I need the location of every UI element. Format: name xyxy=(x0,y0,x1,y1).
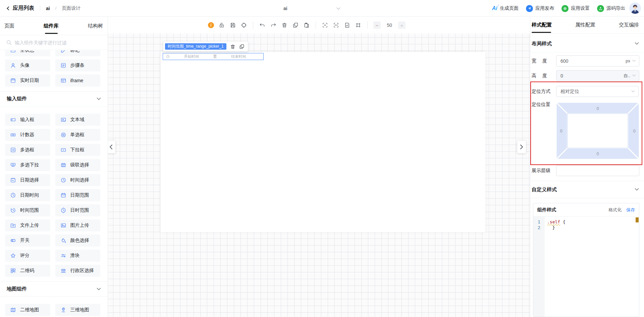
component-item[interactable]: 图片上传 xyxy=(55,219,101,231)
component-item[interactable]: 滑块 xyxy=(55,250,101,262)
component-item-label: 步骤条 xyxy=(70,62,85,68)
component-item[interactable]: 行政区选择 xyxy=(55,265,101,277)
component-item-label: 日期时间 xyxy=(20,192,39,198)
panel-tab-2[interactable]: 交互编排 xyxy=(619,17,639,34)
code-line[interactable]: .self { xyxy=(547,219,639,225)
component-item-label: 滑块 xyxy=(70,253,80,259)
component-item[interactable]: 三维地图 xyxy=(55,304,101,316)
page-select-chevron-icon[interactable] xyxy=(336,7,340,10)
component-item[interactable]: 评分 xyxy=(5,250,50,262)
layout-section-header[interactable]: 布局样式 xyxy=(530,37,644,50)
unlock-icon[interactable] xyxy=(218,22,225,29)
target-icon[interactable] xyxy=(240,22,247,29)
component-item[interactable]: 开关 xyxy=(5,234,50,247)
page-select-value[interactable]: ai xyxy=(283,0,287,17)
component-item[interactable]: 颜色选择 xyxy=(55,234,101,247)
topbar-action-export[interactable]: 源码导出 xyxy=(597,5,625,12)
component-item[interactable]: 文本域 xyxy=(55,114,101,126)
component-item[interactable]: 空状态 xyxy=(5,50,50,56)
breadcrumb-app-name[interactable]: ai xyxy=(46,6,50,11)
frame-icon[interactable] xyxy=(355,22,362,29)
sidebar-tab-components[interactable]: 组件库 xyxy=(44,17,59,35)
custom-style-section-header[interactable]: 自定义样式 xyxy=(530,183,644,196)
toolbar-separator xyxy=(367,21,368,29)
position-box-label: 定位位置 xyxy=(532,102,550,108)
redo-icon[interactable] xyxy=(270,22,277,29)
width-unit-select[interactable]: px xyxy=(626,58,639,63)
component-item[interactable]: 头像 xyxy=(5,59,50,71)
duplicate-component-icon[interactable] xyxy=(239,44,245,49)
topbar-action-label: 应用发布 xyxy=(535,5,554,11)
topbar-action-generate[interactable]: Ai↑生成页面 xyxy=(492,5,519,11)
component-item[interactable]: 下拉框 xyxy=(55,144,101,156)
component-item[interactable]: 日期选择 xyxy=(5,174,50,186)
component-item[interactable]: 计数器 xyxy=(5,129,50,141)
component-item[interactable]: 标记 xyxy=(55,50,101,56)
copy-icon[interactable] xyxy=(292,22,299,29)
topbar-action-settings[interactable]: 应用设置 xyxy=(561,5,590,12)
time-range-picker-component[interactable]: 开始时间 至 结束时间 xyxy=(163,53,264,60)
component-item[interactable]: 日时范围 xyxy=(55,204,101,216)
sidebar-tab-tree[interactable]: 结构树 xyxy=(88,17,103,35)
position-offset-editor[interactable]: 0 0 0 0 xyxy=(556,102,639,159)
user-avatar[interactable] xyxy=(629,2,641,14)
component-item[interactable]: 时间范围 xyxy=(5,204,50,216)
panel-tab-1[interactable]: 属性配置 xyxy=(575,17,595,34)
component-item[interactable]: 实时日期 xyxy=(5,74,50,87)
component-item[interactable]: 日期范围 xyxy=(55,189,101,201)
z-index-input[interactable] xyxy=(556,165,639,176)
format-code-button[interactable]: 格式化 xyxy=(608,207,622,213)
component-item[interactable]: 二维地图 xyxy=(5,304,50,316)
height-input[interactable]: 0 xyxy=(556,73,624,78)
selected-component-badge[interactable]: 时间范围_time_range_picker_1 xyxy=(165,43,226,50)
save-style-button[interactable]: 保存 xyxy=(626,207,635,213)
component-item[interactable]: 多选下拉 xyxy=(5,159,50,171)
position-mode-label: 定位方式 xyxy=(532,89,550,95)
end-time-placeholder[interactable]: 结束时间 xyxy=(217,54,261,59)
css-code-editor[interactable]: 12 .self { } xyxy=(533,217,639,317)
doc-check-icon[interactable] xyxy=(344,22,351,29)
component-row: 空状态标记 xyxy=(5,50,100,56)
back-to-app-list[interactable]: 应用列表 xyxy=(6,5,34,12)
undo-icon[interactable] xyxy=(259,22,266,29)
component-item[interactable]: 日期时间 xyxy=(5,189,50,201)
component-item[interactable]: 级联选择 xyxy=(55,159,101,171)
zoom-in-button[interactable]: + xyxy=(398,21,406,29)
code-line[interactable]: } xyxy=(547,225,639,230)
paste-icon[interactable] xyxy=(303,22,310,29)
collapse-chevron-icon[interactable] xyxy=(635,42,639,45)
component-item[interactable]: 输入框 xyxy=(5,114,50,126)
collapse-panel-button[interactable] xyxy=(517,141,526,153)
code-lines[interactable]: .self { } xyxy=(545,217,639,317)
collapse-chevron-icon[interactable] xyxy=(635,188,639,191)
component-item[interactable]: 步骤条 xyxy=(55,59,101,71)
start-time-placeholder[interactable]: 开始时间 xyxy=(170,54,213,59)
panel-tab-0[interactable]: 样式配置 xyxy=(532,17,552,34)
save-icon[interactable] xyxy=(229,22,236,29)
component-item[interactable]: 时间选择 xyxy=(55,174,101,186)
component-group-header[interactable]: 地图组件 xyxy=(0,281,108,297)
scan-focus-icon[interactable] xyxy=(322,22,328,29)
component-item[interactable]: 文件上传 xyxy=(5,219,50,231)
scan-code-icon[interactable] xyxy=(333,22,339,29)
chevron-down-icon[interactable] xyxy=(97,98,101,100)
delete-component-icon[interactable] xyxy=(230,44,235,49)
page-artboard[interactable] xyxy=(160,52,485,232)
marker-icon xyxy=(60,50,66,53)
search-input[interactable] xyxy=(15,40,102,45)
component-item[interactable]: 单选框 xyxy=(55,129,101,141)
chevron-down-icon[interactable] xyxy=(97,288,101,290)
height-unit-select[interactable]: 自.. xyxy=(624,73,639,79)
topbar-action-publish[interactable]: 应用发布 xyxy=(526,5,554,12)
width-input[interactable]: 600 xyxy=(556,58,626,64)
zoom-out-button[interactable]: − xyxy=(373,21,381,29)
position-mode-select[interactable]: 相对定位 xyxy=(556,86,639,97)
trash-icon[interactable] xyxy=(281,22,288,29)
info-icon[interactable]: i xyxy=(208,22,214,28)
component-item[interactable]: iframe xyxy=(55,74,101,87)
component-group-header[interactable]: 输入组件 xyxy=(0,91,108,106)
sidebar-tab-pages[interactable]: 页面 xyxy=(4,17,14,35)
component-item[interactable]: 多选框 xyxy=(5,144,50,156)
back-label[interactable]: 应用列表 xyxy=(13,5,34,12)
component-item[interactable]: 二维码 xyxy=(5,265,50,277)
